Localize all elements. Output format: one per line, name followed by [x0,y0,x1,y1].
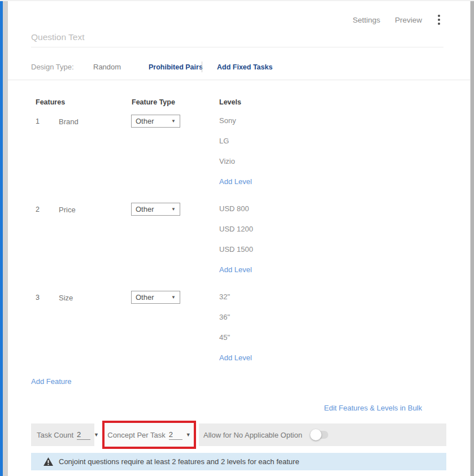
feature-2-index: 2 [36,206,40,213]
feature-1-name[interactable]: Brand [59,117,79,126]
feature-3-index: 3 [36,294,40,302]
conjoint-requirements-notice: Conjoint questions require at least 2 fe… [31,453,446,470]
level-item[interactable]: 36" [219,307,252,327]
na-option-row: Allow for No Applicable Option [199,423,446,446]
feature-3-type-value: Other [136,293,154,302]
concept-per-task-value: 2 [169,430,182,440]
chevron-down-icon: ▼ [171,207,176,212]
feature-2-name[interactable]: Price [59,206,76,214]
add-level-link[interactable]: Add Level [219,260,253,280]
settings-button[interactable]: Settings [353,16,380,24]
feature-2-levels: USD 800 USD 1200 USD 1500 Add Level [219,199,253,280]
toggle-knob [310,429,321,440]
feature-2-type-value: Other [136,205,154,213]
caret-down-icon: ▼ [94,432,99,438]
level-item[interactable]: USD 800 [219,199,253,219]
column-header-feature-type: Feature Type [132,98,175,106]
column-header-levels: Levels [219,98,241,106]
chevron-down-icon: ▼ [171,119,176,124]
na-option-toggle[interactable] [311,431,328,439]
edit-features-levels-bulk-link[interactable]: Edit Features & Levels in Bulk [324,404,422,412]
divider [202,62,202,72]
divider [8,80,470,80]
chevron-down-icon: ▼ [171,295,176,300]
feature-3-name[interactable]: Size [59,294,73,302]
na-option-label: Allow for No Applicable Option [203,431,302,439]
task-count-select[interactable]: Task Count 2 ▼ [31,423,94,446]
level-item[interactable]: 32" [219,287,252,307]
caret-down-icon: ▼ [186,432,191,438]
header-actions: Settings Preview [353,14,441,26]
add-fixed-tasks-link[interactable]: Add Fixed Tasks [217,63,272,71]
feature-3-levels: 32" 36" 45" Add Level [219,287,252,368]
level-item[interactable]: LG [219,131,252,151]
level-item[interactable]: USD 1500 [219,239,253,260]
feature-3-type-select[interactable]: Other ▼ [131,291,180,304]
kebab-menu-icon[interactable] [437,14,441,26]
left-gutter [3,1,8,476]
warning-triangle-icon [44,457,53,466]
task-count-label: Task Count [37,431,73,439]
scrollbar-track[interactable] [470,1,474,476]
prohibited-pairs-link[interactable]: Prohibited Pairs [149,63,203,71]
add-level-link[interactable]: Add Level [219,172,252,192]
feature-1-levels: Sony LG Vizio Add Level [219,111,252,192]
concept-per-task-highlight-box: Concept Per Task 2 ▼ [102,421,196,449]
column-header-features: Features [36,98,65,106]
design-type-label: Design Type: [31,63,74,71]
question-text-input[interactable] [31,27,443,47]
add-level-link[interactable]: Add Level [219,348,252,368]
design-type-value: Random [93,63,121,71]
feature-2-type-select[interactable]: Other ▼ [131,203,180,216]
preview-button[interactable]: Preview [395,16,422,24]
feature-1-index: 1 [36,117,40,125]
add-feature-link[interactable]: Add Feature [31,377,72,386]
conjoint-question-editor: Settings Preview Design Type: Random Pro… [0,0,474,476]
task-count-value: 2 [77,430,90,440]
concept-per-task-label: Concept Per Task [107,431,165,439]
level-item[interactable]: USD 1200 [219,219,253,239]
notice-text: Conjoint questions require at least 2 fe… [59,457,299,466]
feature-1-type-select[interactable]: Other ▼ [131,115,180,128]
level-item[interactable]: 45" [219,327,252,348]
level-item[interactable]: Vizio [219,151,252,172]
level-item[interactable]: Sony [219,111,252,131]
concept-per-task-select[interactable]: Concept Per Task 2 ▼ [107,430,190,440]
feature-1-type-value: Other [136,117,154,125]
